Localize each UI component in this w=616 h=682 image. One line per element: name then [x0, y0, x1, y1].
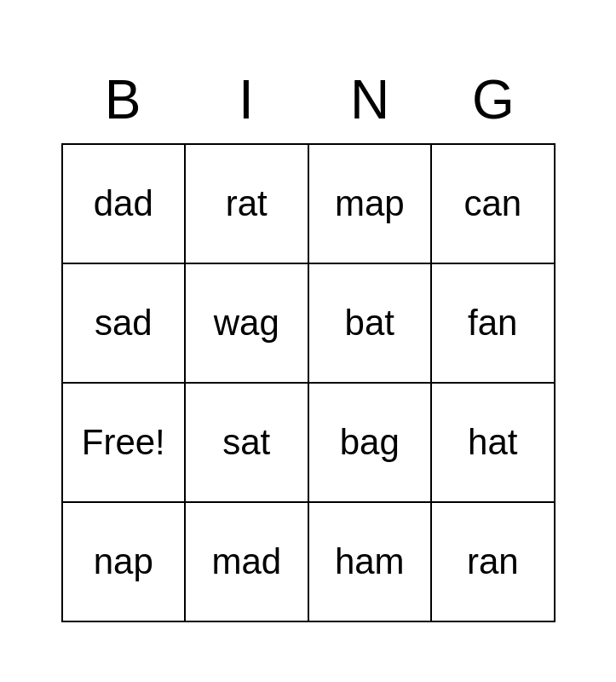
- cell-3-0[interactable]: nap: [63, 503, 187, 622]
- bingo-row: dad rat map can: [63, 145, 556, 264]
- bingo-card: B I N G dad rat map can sad wag bat fan …: [44, 43, 573, 639]
- header-b: B: [61, 60, 185, 140]
- cell-3-3[interactable]: ran: [432, 503, 556, 622]
- cell-1-2[interactable]: bat: [309, 264, 433, 384]
- cell-1-3[interactable]: fan: [432, 264, 556, 384]
- cell-0-2[interactable]: map: [309, 145, 433, 264]
- cell-0-3[interactable]: can: [432, 145, 556, 264]
- bingo-header: B I N G: [61, 60, 556, 140]
- cell-2-2[interactable]: bag: [309, 384, 433, 503]
- cell-0-0[interactable]: dad: [63, 145, 187, 264]
- cell-1-0[interactable]: sad: [63, 264, 187, 384]
- header-i: I: [185, 60, 308, 140]
- cell-3-2[interactable]: ham: [309, 503, 433, 622]
- cell-2-1[interactable]: sat: [186, 384, 309, 503]
- header-n: N: [308, 60, 432, 140]
- cell-1-1[interactable]: wag: [186, 264, 309, 384]
- cell-2-3[interactable]: hat: [432, 384, 556, 503]
- header-g: G: [432, 60, 556, 140]
- bingo-row: Free! sat bag hat: [63, 384, 556, 503]
- bingo-grid: dad rat map can sad wag bat fan Free! sa…: [61, 143, 556, 622]
- cell-2-0[interactable]: Free!: [63, 384, 187, 503]
- cell-3-1[interactable]: mad: [186, 503, 309, 622]
- bingo-row: sad wag bat fan: [63, 264, 556, 384]
- bingo-row: nap mad ham ran: [63, 503, 556, 622]
- cell-0-1[interactable]: rat: [186, 145, 309, 264]
